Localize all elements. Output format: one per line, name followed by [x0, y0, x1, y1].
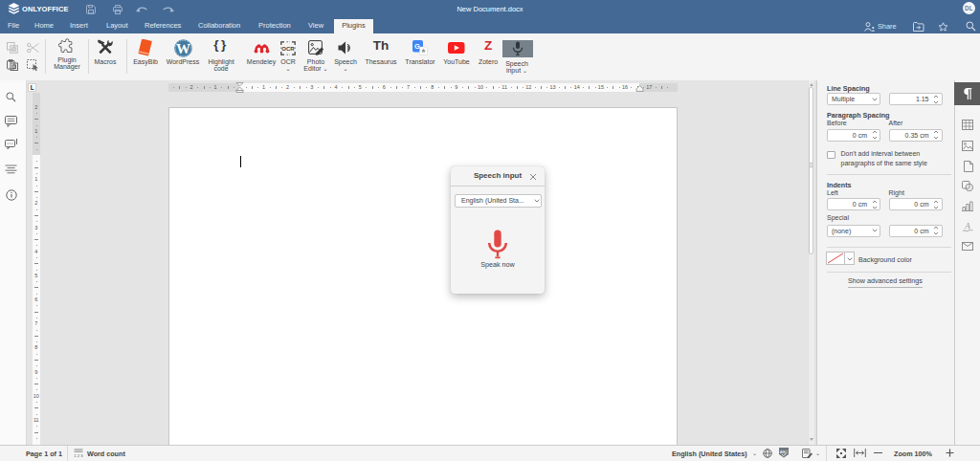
svg-text:ABC: ABC [780, 450, 789, 454]
svg-text:OCR: OCR [281, 46, 295, 52]
svg-text:A: A [964, 221, 970, 230]
svg-text:1 2 3: 1 2 3 [74, 453, 83, 458]
svg-text:G: G [414, 42, 420, 51]
svg-text:W: W [176, 40, 190, 55]
